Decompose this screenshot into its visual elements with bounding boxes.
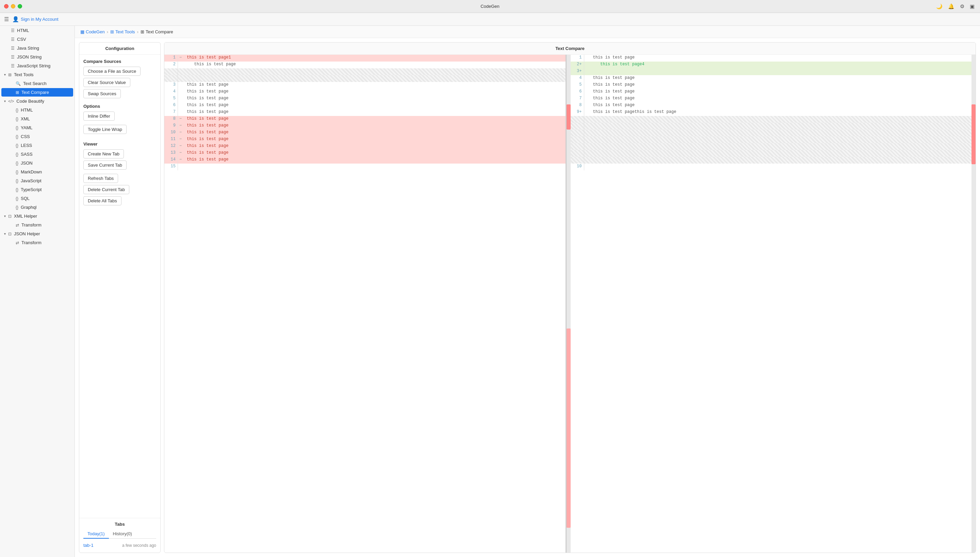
diff-line-left-4: 4 this is test page [164,89,565,96]
settings-icon[interactable]: ⚙ [960,3,964,10]
sidebar-item-label: JSON [21,161,33,166]
account-button[interactable]: 👤 Sign in My Account [12,16,59,23]
diff-line-left-1: 1 − this is test page1 [164,55,565,62]
bracket-icon: {} [16,196,18,201]
sidebar-item-text-compare[interactable]: ⊞ Text Compare [2,88,73,96]
diff-line-right-empty7 [571,157,972,164]
diff-line-right-9: 9+ this is test pagethis is test page [571,109,972,116]
diff-line-right-10: 10 [571,164,972,170]
notifications-icon[interactable]: 🔔 [948,3,954,10]
sidebar-section-xml-helper[interactable]: ▾ ⊡ XML Helper [2,212,73,220]
diff-line-left-11: 11 − this is test page [164,136,565,143]
tab-history[interactable]: History(0) [109,529,136,539]
tab-item-name[interactable]: tab-1 [83,543,93,548]
sidebar-item-csv[interactable]: ☰ CSV [2,35,73,44]
diff-line-left-14: 14 − this is test page [164,157,565,164]
sidebar-item-cb-yaml[interactable]: {} YAML [2,124,73,132]
sidebar-section-text-tools[interactable]: ▾ ⊞ Text Tools [2,70,73,79]
sidebar-item-cb-less[interactable]: {} LESS [2,141,73,150]
app-body: ☰ HTML ☰ CSV ☰ Java String ☰ JSON String… [0,26,980,557]
tab-today[interactable]: Today(1) [83,529,109,539]
diff-line-right-empty6 [571,150,972,157]
sidebar-item-js-string[interactable]: ☰ JavaScript String [2,62,73,70]
transform-icon: ⇄ [16,240,19,245]
viewer-group: Viewer Create New Tab Save Current Tab R… [83,142,156,205]
refresh-tabs-button[interactable]: Refresh Tabs [83,174,118,183]
sidebar-item-label: JavaScript String [17,63,51,68]
sidebar-item-cb-sql[interactable]: {} SQL [2,194,73,203]
breadcrumb-codegen[interactable]: ▦ CodeGen [80,29,105,34]
titlebar: CodeGen 🌙 🔔 ⚙ ▣ [0,0,980,13]
sidebar-item-label: SQL [21,196,29,201]
sidebar-item-jh-transform[interactable]: ⇄ Transform [2,238,73,247]
delete-all-tabs-button[interactable]: Delete All Tabs [83,196,121,205]
file-icon: ☰ [11,46,15,50]
menubar-left: ☰ 👤 Sign in My Account [4,16,59,23]
file-icon: ☰ [11,64,15,68]
maximize-button[interactable] [18,4,22,8]
hamburger-menu-icon[interactable]: ☰ [4,16,9,23]
diff-line-left-12: 12 − this is test page [164,143,565,150]
diff-line-right-empty5 [571,143,972,150]
toggle-line-wrap-button[interactable]: Toggle Line Wrap [83,125,127,134]
titlebar-actions: 🌙 🔔 ⚙ ▣ [936,3,975,10]
diff-scrollbar-left[interactable] [567,55,571,552]
chevron-down-icon: ▾ [4,232,6,236]
bracket-icon: {} [16,134,18,139]
sidebar-item-label: HTML [21,107,33,112]
bracket-icon: {} [16,170,18,174]
clear-source-button[interactable]: Clear Source Value [83,78,130,87]
sidebar-item-cb-markdown[interactable]: {} MarkDown [2,168,73,176]
grid-icon: ▦ [80,29,84,34]
create-new-tab-button[interactable]: Create New Tab [83,149,124,158]
sidebar-item-cb-json[interactable]: {} JSON [2,159,73,167]
diff-area: Text Compare 1 − this is test page1 2 th… [164,42,976,553]
diff-pane-left[interactable]: 1 − this is test page1 2 this is test pa… [164,55,567,552]
sidebar-item-cb-javascript[interactable]: {} JavaScript [2,176,73,185]
layout-icon[interactable]: ▣ [970,3,975,10]
diff-line-left-9: 9 − this is test page [164,123,565,130]
diff-line-right-empty2 [571,123,972,130]
sidebar-item-text-search[interactable]: 🔍 Text Search [2,79,73,88]
sidebar-item-cb-sass[interactable]: {} SASS [2,150,73,158]
sidebar-item-cb-html[interactable]: {} HTML [2,106,73,114]
delete-current-tab-button[interactable]: Delete Current Tab [83,185,129,194]
close-button[interactable] [4,4,8,8]
diff-line-left-10: 10 − this is test page [164,130,565,136]
bracket-icon: {} [16,117,18,121]
bracket-icon: {} [16,205,18,210]
scrollbar-thumb-removed-1 [567,104,571,129]
choose-file-button[interactable]: Choose a File as Source [83,67,140,76]
bracket-icon: {} [16,125,18,130]
sidebar-item-json-string[interactable]: ☰ JSON String [2,53,73,61]
compare-icon: ⊞ [140,29,144,34]
sidebar-item-label: Transform [21,222,41,228]
sidebar-item-java-string[interactable]: ☰ Java String [2,44,73,52]
minimize-button[interactable] [11,4,15,8]
sidebar-section-json-helper[interactable]: ▾ ⊡ JSON Helper [2,230,73,238]
dark-mode-icon[interactable]: 🌙 [936,3,942,10]
sidebar-item-html-format[interactable]: ☰ HTML [2,26,73,35]
sidebar-item-cb-graphql[interactable]: {} Graphql [2,203,73,212]
diff-line-left-5: 5 this is test page [164,96,565,103]
diff-line-left-8: 8 − this is test page [164,116,565,123]
traffic-lights [4,4,22,8]
app-title: CodeGen [480,4,500,9]
save-current-tab-button[interactable]: Save Current Tab [83,161,127,170]
breadcrumb-text-tools[interactable]: ⊞ Text Tools [110,29,135,34]
diff-line-left-empty2 [164,75,565,82]
sidebar-item-cb-xml[interactable]: {} XML [2,115,73,123]
sidebar-item-xh-transform[interactable]: ⇄ Transform [2,221,73,229]
diff-line-left-empty1 [164,68,565,75]
diff-pane-right[interactable]: 1 this is test page 2+ this is test page… [571,55,972,552]
inline-differ-button[interactable]: Inline Differ [83,112,115,121]
diff-scrollbar-right[interactable] [972,55,975,552]
diff-line-right-8: 8 this is test page [571,103,972,109]
sidebar-item-cb-css[interactable]: {} CSS [2,132,73,141]
swap-sources-button[interactable]: Swap Sources [83,89,121,98]
sidebar-item-cb-typescript[interactable]: {} TypeScript [2,185,73,194]
sidebar-item-label: Java String [17,46,39,50]
sidebar-section-code-beautify[interactable]: ▾ </> Code Beautify [2,97,73,106]
menubar: ☰ 👤 Sign in My Account [0,13,980,26]
scrollbar-thumb-added [972,104,975,164]
